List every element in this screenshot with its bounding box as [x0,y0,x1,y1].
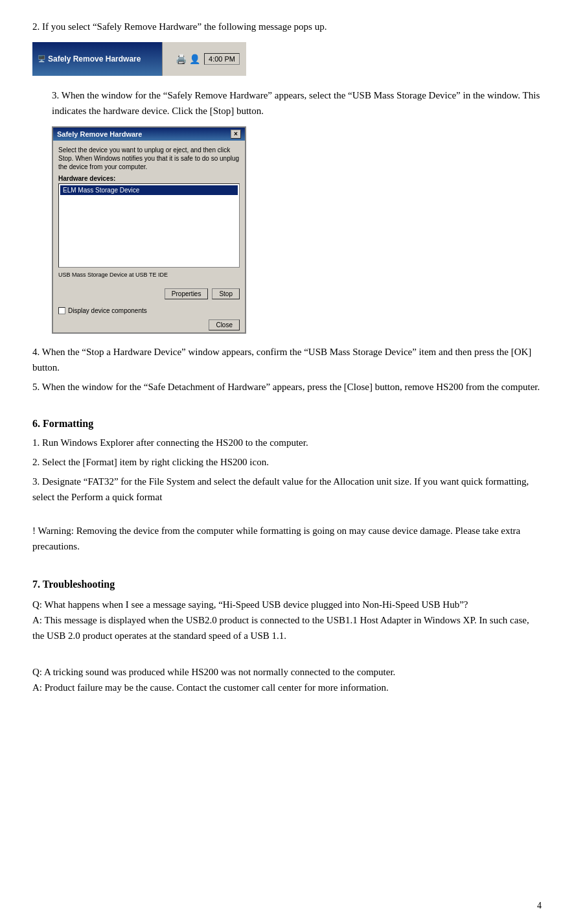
hardware-icon: 🖨️ [176,54,187,64]
step5-text: 5. When the window for the “Safe Detachm… [32,379,542,395]
dialog-title-buttons: × [231,130,241,139]
dialog-close-btn[interactable]: Close [209,319,240,330]
step4-text: 4. When the “Stop a Hardware Device” win… [32,344,542,375]
page-number: 4 [537,901,542,911]
taskbar-title: 🖥️ Safely Remove Hardware [32,42,162,76]
dialog-body: Select the device you want to unplug or … [53,141,245,286]
dialog-titlebar: Safely Remove Hardware × [53,128,245,141]
taskbar-icons: 🖨️ 👤 [176,54,200,64]
answer-1: A: This message is displayed when the US… [32,612,542,643]
section6-step3: 3. Designate “FAT32” for the File System… [32,474,542,505]
question-1: Q: What happens when I see a message say… [32,597,542,612]
dialog-checkbox-row: Display device components [58,307,240,314]
dialog-properties-button[interactable]: Properties [165,288,209,299]
section6-heading: 6. Formatting [32,418,542,430]
section6-step1: 1. Run Windows Explorer after connecting… [32,435,542,450]
taskbar-clock: 4:00 PM [204,53,240,65]
display-components-checkbox[interactable] [58,307,65,314]
dialog-instructions: Select the device you want to unplug or … [58,146,240,171]
section7-heading: 7. Troubleshooting [32,579,542,590]
dialog-device-line: USB Mass Storage Device at USB TE IDE [58,271,240,278]
answer-2: A: Product failure may be the cause. Con… [32,680,542,695]
display-components-label: Display device components [68,307,147,314]
qa-2: Q: A tricking sound was produced while H… [32,664,542,695]
dialog-listbox[interactable]: ELM Mass Storage Device [58,183,240,268]
dialog-listitem[interactable]: ELM Mass Storage Device [60,185,238,195]
dialog-footer: Properties Stop [53,286,245,305]
dialog-action-buttons: Properties Stop [165,288,240,299]
dialog-title: Safely Remove Hardware [57,130,142,138]
intro-text: 2. If you select “Safely Remove Hardware… [32,19,542,34]
step3-text: 3. When the window for the “Safely Remov… [52,87,542,119]
safely-remove-dialog: Safely Remove Hardware × Select the devi… [52,126,246,334]
taskbar-image: 🖥️ Safely Remove Hardware 🖨️ 👤 4:00 PM [32,42,246,76]
qa-1: Q: What happens when I see a message say… [32,597,542,643]
dialog-stop-button[interactable]: Stop [212,288,240,299]
question-2: Q: A tricking sound was produced while H… [32,664,542,680]
warning-text: ! Warning: Removing the device from the … [32,523,542,554]
dialog-close-button[interactable]: × [231,130,241,139]
user-icon: 👤 [189,54,200,64]
dialog-hardware-label: Hardware devices: [58,175,240,182]
section6-step2: 2. Select the [Format] item by right cli… [32,454,542,470]
taskbar-right: 🖨️ 👤 4:00 PM [162,42,246,76]
